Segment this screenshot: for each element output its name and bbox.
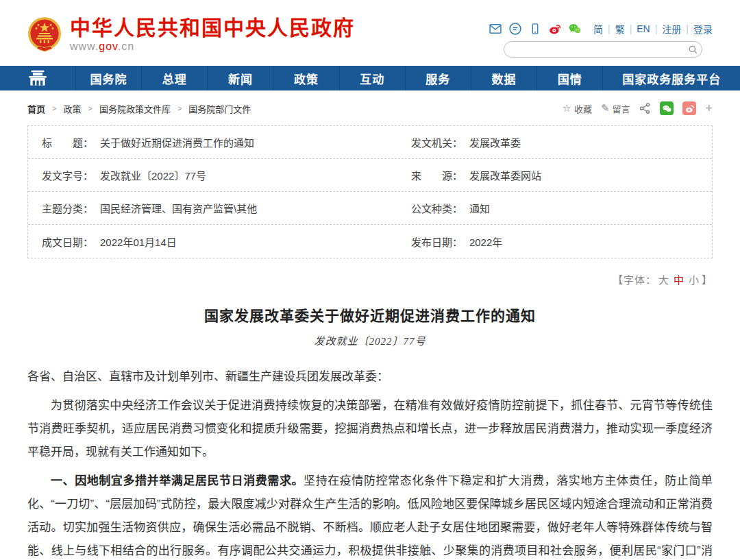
- site-header: 中华人民共和国中央人民政府 www.gov.cn: [0, 0, 740, 66]
- breadcrumb-separator: >: [52, 104, 56, 112]
- pencil-icon: ✎: [601, 102, 610, 114]
- section1-paragraph: 一、因地制宜多措并举满足居民节日消费需求。坚持在疫情防控常态化条件下稳定和扩大消…: [27, 470, 713, 560]
- meta-value-source: 发展改革委网站: [469, 168, 541, 182]
- breadcrumb-separator: >: [88, 104, 92, 112]
- nav-item-data[interactable]: 数据: [471, 66, 536, 90]
- main-nav: 国务院 总理 新闻 政策 互动 服务 数据 国情 国家政务服务平台: [0, 66, 740, 90]
- document-meta-table: 标 题：关于做好近期促进消费工作的通知 发文机关：发展改革委 发文字号：发改就业…: [27, 125, 713, 258]
- lang-traditional-link[interactable]: 繁: [615, 22, 625, 36]
- font-size-medium-button[interactable]: 中: [674, 274, 684, 286]
- meta-value-title: 关于做好近期促进消费工作的通知: [100, 135, 254, 149]
- meta-label-topic-category: 主题分类：: [42, 201, 93, 215]
- meta-value-doc-type: 通知: [469, 201, 490, 215]
- url-cn: .cn: [118, 40, 134, 52]
- site-url: www.gov.cn: [70, 40, 355, 53]
- comment-button[interactable]: ✎ 留言: [601, 102, 630, 115]
- nav-home-item[interactable]: [0, 66, 75, 90]
- document-body: 各省、自治区、直辖市及计划单列市、新疆生产建设兵团发展改革委： 为贯彻落实中央经…: [27, 365, 713, 560]
- nav-item-policy[interactable]: 政策: [273, 66, 338, 90]
- share-wechat-button[interactable]: [660, 101, 674, 115]
- page-actions: ☆ 收藏 ✎ 留言 +: [562, 101, 713, 115]
- site-logo[interactable]: 中华人民共和国中央人民政府 www.gov.cn: [27, 16, 355, 53]
- login-link[interactable]: 登录: [693, 22, 713, 36]
- nav-item-services[interactable]: 服务: [405, 66, 471, 90]
- meta-row-dates: 成文日期：2022年01月14日 发布日期：2022年: [28, 225, 712, 258]
- nav-item-national-conditions[interactable]: 国情: [536, 66, 602, 90]
- lang-simplified-link[interactable]: 简: [593, 22, 603, 36]
- share-button[interactable]: [639, 102, 651, 114]
- lang-separator: |: [655, 23, 658, 34]
- intro-paragraph: 为贯彻落实中央经济工作会议关于促进消费持续恢复的决策部署，在精准有效做好疫情防控…: [27, 394, 713, 464]
- share-weibo-button[interactable]: [682, 101, 696, 115]
- font-widget-close-bracket: 】: [702, 274, 713, 286]
- meta-value-issuing-agency: 发展改革委: [469, 135, 521, 149]
- url-gov: gov: [99, 40, 118, 52]
- wechat-icon[interactable]: [568, 22, 582, 36]
- breadcrumb: 首页 > 政策 > 国务院政策文件库 > 国务院部门文件: [27, 102, 251, 115]
- meta-label-source: 来 源：: [411, 168, 463, 182]
- lang-separator: |: [686, 23, 689, 34]
- breadcrumb-department-documents[interactable]: 国务院部门文件: [188, 102, 251, 115]
- favorite-button[interactable]: ☆ 收藏: [562, 102, 591, 115]
- lang-english-link[interactable]: EN: [637, 23, 650, 34]
- meta-row-topic: 主题分类：国民经济管理、国有资产监管\其他 公文种类：通知: [28, 192, 712, 225]
- nav-item-news[interactable]: 新闻: [207, 66, 273, 90]
- mobile-icon[interactable]: [528, 22, 542, 36]
- font-widget-label: 字体：: [624, 274, 656, 286]
- font-size-small-button[interactable]: 小: [689, 274, 700, 286]
- tiananmen-home-icon: [21, 69, 54, 87]
- site-title: 中华人民共和国中央人民政府: [70, 17, 355, 39]
- meta-label-doc-number: 发文字号：: [42, 168, 93, 182]
- search-bar: [504, 41, 702, 58]
- nav-item-state-council[interactable]: 国务院: [75, 66, 141, 90]
- breadcrumb-policy[interactable]: 政策: [63, 102, 81, 115]
- font-size-widget: 【字体：大中小】: [27, 272, 713, 287]
- breadcrumb-policy-library[interactable]: 国务院政策文件库: [99, 102, 171, 115]
- salutation-paragraph: 各省、自治区、直辖市及计划单列市、新疆生产建设兵团发展改革委：: [27, 365, 713, 389]
- font-widget-open-bracket: 【: [613, 274, 624, 286]
- meta-label-written-date: 成文日期：: [42, 234, 93, 249]
- meta-value-written-date: 2022年01月14日: [100, 234, 177, 249]
- meta-row-doc-number: 发文字号：发改就业〔2022〕77号 来 源：发展改革委网站: [28, 159, 712, 192]
- breadcrumb-separator: >: [177, 104, 182, 112]
- meta-value-publish-date: 2022年: [469, 234, 502, 249]
- more-share-button[interactable]: +: [705, 102, 713, 114]
- wechat-badge-icon: [662, 104, 672, 114]
- favorite-label: 收藏: [574, 102, 592, 115]
- language-links: 简 | 繁 | EN | 注册 | 登录: [593, 22, 713, 36]
- breadcrumb-row: 首页 > 政策 > 国务院政策文件库 > 国务院部门文件 ☆ 收藏 ✎ 留言: [27, 101, 713, 116]
- comment-label: 留言: [612, 102, 630, 115]
- weibo-icon[interactable]: [548, 22, 562, 36]
- meta-label-doc-type: 公文种类：: [411, 201, 463, 215]
- breadcrumb-home[interactable]: 首页: [27, 102, 45, 115]
- meta-label-publish-date: 发布日期：: [411, 234, 463, 249]
- nav-item-interaction[interactable]: 互动: [339, 66, 405, 90]
- register-link[interactable]: 注册: [662, 22, 681, 36]
- nav-item-gov-service-platform[interactable]: 国家政务服务平台: [602, 66, 740, 90]
- document-title: 国家发展改革委关于做好近期促进消费工作的通知: [0, 304, 740, 325]
- meta-value-topic-category: 国民经济管理、国有资产监管\其他: [100, 201, 257, 215]
- font-size-large-button[interactable]: 大: [658, 274, 669, 286]
- lang-separator: |: [630, 23, 632, 34]
- search-input[interactable]: [504, 42, 684, 56]
- header-utility-bar: 简 | 繁 | EN | 注册 | 登录: [489, 22, 713, 36]
- national-emblem-icon: [27, 16, 62, 53]
- url-www: www.: [70, 40, 99, 52]
- star-icon: ☆: [562, 102, 571, 114]
- message-bubble-icon[interactable]: [508, 22, 522, 36]
- meta-label-title: 标 题：: [42, 135, 93, 149]
- meta-value-doc-number: 发改就业〔2022〕77号: [100, 168, 206, 182]
- document-number: 发改就业〔2022〕77号: [0, 333, 740, 348]
- mail-icon[interactable]: [489, 22, 502, 36]
- meta-row-title: 标 题：关于做好近期促进消费工作的通知 发文机关：发展改革委: [28, 126, 712, 159]
- section1-heading: 一、因地制宜多措并举满足居民节日消费需求。: [51, 474, 304, 487]
- share-nodes-icon: [639, 102, 651, 114]
- lang-separator: |: [608, 23, 610, 34]
- search-button[interactable]: [684, 42, 702, 57]
- weibo-badge-icon: [684, 104, 695, 114]
- nav-item-premier[interactable]: 总理: [141, 66, 207, 90]
- search-icon: [688, 45, 698, 55]
- meta-label-issuing-agency: 发文机关：: [411, 135, 463, 149]
